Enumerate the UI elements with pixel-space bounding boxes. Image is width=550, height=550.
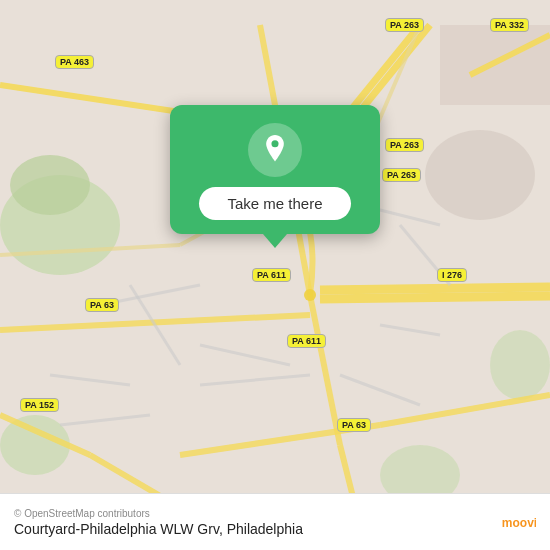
road-badge-pa263-top: PA 263 (385, 18, 424, 32)
road-badge-i276: I 276 (437, 268, 467, 282)
road-badge-pa152: PA 152 (20, 398, 59, 412)
moovit-logo: moovit (500, 504, 536, 540)
svg-point-2 (10, 155, 90, 215)
svg-point-6 (0, 415, 70, 475)
location-icon-wrap (248, 123, 302, 177)
road-badge-pa611-low: PA 611 (287, 334, 326, 348)
bottom-bar: © OpenStreetMap contributors Courtyard-P… (0, 493, 550, 550)
svg-line-12 (320, 287, 550, 290)
svg-text:moovit: moovit (502, 516, 536, 530)
take-me-there-button[interactable]: Take me there (199, 187, 350, 220)
svg-point-39 (271, 140, 278, 147)
location-pin-icon (260, 135, 290, 165)
road-badge-pa463: PA 463 (55, 55, 94, 69)
svg-line-13 (320, 296, 550, 299)
road-badge-pa611-mid: PA 611 (252, 268, 291, 282)
copyright-text: © OpenStreetMap contributors (14, 508, 303, 519)
popup-card: Take me there (170, 105, 380, 234)
svg-point-38 (304, 289, 316, 301)
road-badge-pa332: PA 332 (490, 18, 529, 32)
svg-point-5 (490, 330, 550, 400)
location-name: Courtyard-Philadelphia WLW Grv, Philadel… (14, 521, 303, 537)
map-container: PA 263 PA 332 PA 463 PA 263 PA 263 PA 61… (0, 0, 550, 550)
bottom-info: © OpenStreetMap contributors Courtyard-P… (14, 508, 303, 537)
road-badge-pa263-right: PA 263 (382, 168, 421, 182)
moovit-icon: moovit (500, 504, 536, 540)
road-badge-pa63-low: PA 63 (337, 418, 371, 432)
road-badge-pa63-left: PA 63 (85, 298, 119, 312)
road-badge-pa263-mid: PA 263 (385, 138, 424, 152)
svg-point-3 (425, 130, 535, 220)
